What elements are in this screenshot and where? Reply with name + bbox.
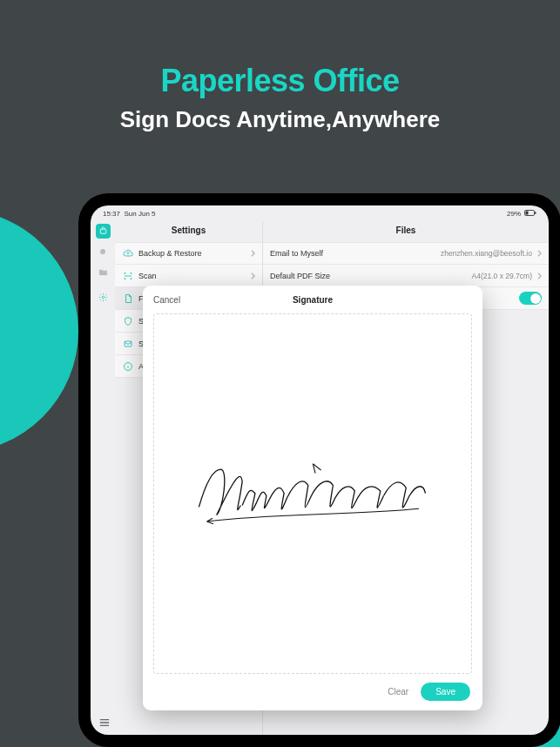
svg-point-4 xyxy=(102,296,105,299)
row-label: Email to Myself xyxy=(270,249,435,258)
status-right: 29% xyxy=(503,210,536,218)
send-icon xyxy=(122,338,133,349)
sidebar xyxy=(91,221,115,735)
sidebar-settings-icon[interactable] xyxy=(96,290,111,305)
chevron-right-icon xyxy=(537,273,542,279)
chevron-right-icon xyxy=(537,250,542,257)
signature-canvas[interactable] xyxy=(153,313,472,674)
cloud-upload-icon xyxy=(122,248,133,259)
info-icon xyxy=(122,360,133,372)
files-header: Files xyxy=(263,221,549,242)
signature-drawing xyxy=(192,449,434,537)
shield-icon xyxy=(122,315,133,326)
marketing-subtitle: Sign Docs Anytime,Anywhere xyxy=(0,106,560,133)
status-left: 15:37 Sun Jun 5 xyxy=(103,210,156,218)
tablet-frame: 15:37 Sun Jun 5 29% xyxy=(78,193,560,747)
settings-header: Settings xyxy=(115,221,262,242)
sidebar-dot-icon[interactable] xyxy=(100,249,105,254)
battery-icon xyxy=(524,210,536,218)
row-label: Backup & Restore xyxy=(138,249,246,258)
sidebar-app-icon[interactable] xyxy=(96,224,111,239)
row-label: Scan xyxy=(138,272,246,280)
modal-header: Cancel Signature xyxy=(143,286,482,313)
svg-rect-2 xyxy=(535,212,536,214)
svg-rect-5 xyxy=(125,341,132,347)
signature-modal: Cancel Signature Clear Save xyxy=(143,286,482,710)
page-details-toggle[interactable] xyxy=(519,292,542,305)
svg-rect-1 xyxy=(526,211,529,214)
status-date: Sun Jun 5 xyxy=(124,210,155,218)
tablet-screen: 15:37 Sun Jun 5 29% xyxy=(91,205,549,735)
marketing-text: Paperless Office Sign Docs Anytime,Anywh… xyxy=(0,63,560,133)
decor-blob-left xyxy=(0,209,78,453)
marketing-title: Paperless Office xyxy=(0,63,560,99)
file-icon xyxy=(122,293,133,304)
save-button[interactable]: Save xyxy=(421,683,470,701)
files-item-email[interactable]: Email to Myself zhenzhen.xiang@beesoft.i… xyxy=(263,242,549,265)
settings-item-backup[interactable]: Backup & Restore xyxy=(115,242,262,265)
modal-title: Signature xyxy=(293,295,333,305)
cancel-button[interactable]: Cancel xyxy=(153,295,180,305)
chevron-right-icon xyxy=(251,273,255,279)
row-value: zhenzhen.xiang@beesoft.io xyxy=(441,249,532,258)
settings-item-scan[interactable]: Scan xyxy=(115,265,262,287)
modal-footer: Clear Save xyxy=(143,677,482,710)
hamburger-icon[interactable] xyxy=(99,718,110,729)
svg-rect-3 xyxy=(100,229,105,233)
row-label: Default PDF Size xyxy=(270,272,467,280)
clear-button[interactable]: Clear xyxy=(388,687,408,697)
battery-percent: 29% xyxy=(507,210,521,218)
status-time: 15:37 xyxy=(103,210,120,218)
row-value: A4(21.0 x 29.7cm) xyxy=(472,272,532,280)
files-item-pdf-size[interactable]: Default PDF Size A4(21.0 x 29.7cm) xyxy=(263,265,549,287)
chevron-right-icon xyxy=(251,250,255,257)
scan-icon xyxy=(122,270,133,281)
status-bar: 15:37 Sun Jun 5 29% xyxy=(91,205,549,221)
sidebar-folder-icon[interactable] xyxy=(96,265,111,279)
